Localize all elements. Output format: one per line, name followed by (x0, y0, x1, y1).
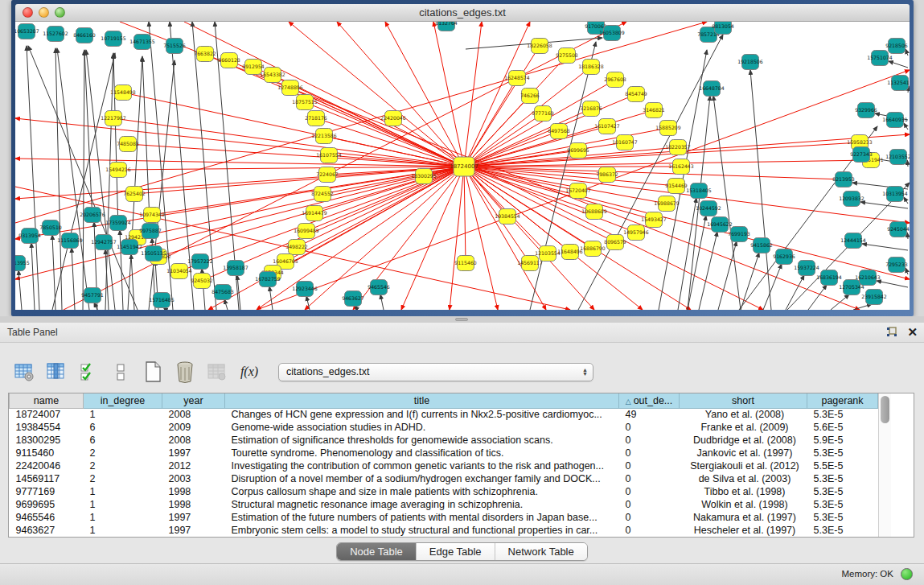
graph-node[interactable]: 12444154 (840, 233, 866, 249)
tab-network-table[interactable]: Network Table (495, 543, 587, 560)
table-row[interactable]: 1938455462009Genome-wide association stu… (10, 421, 878, 434)
graph-node[interactable]: 8096579 (604, 235, 626, 250)
graph-node[interactable]: 9465546 (368, 280, 390, 295)
table-row[interactable]: 1830029562008Estimation of significance … (10, 434, 878, 447)
function-builder-button[interactable]: f(x) (236, 358, 262, 385)
graph-node[interactable]: 16945622 (707, 217, 733, 233)
zoom-window-icon[interactable] (55, 7, 65, 18)
column-header-title[interactable]: title (225, 393, 619, 408)
tab-edge-table[interactable]: Edge Table (417, 543, 495, 560)
graph-node[interactable]: 12093832 (839, 192, 864, 207)
graph-node[interactable]: 9457791 (81, 288, 104, 303)
import-table-button[interactable] (204, 358, 230, 385)
graph-node[interactable]: 23915842 (861, 290, 887, 305)
deselect-all-rows-button[interactable] (108, 358, 133, 385)
graph-node[interactable]: 9777169 (532, 106, 554, 122)
graph-node[interactable]: 9245032 (191, 274, 213, 289)
table-row[interactable]: 2242004622012Investigating the contribut… (10, 459, 878, 472)
graph-node[interactable]: 17359924 (105, 216, 131, 231)
close-panel-icon[interactable]: ✕ (907, 325, 918, 340)
column-header-year[interactable]: year (162, 393, 225, 408)
close-window-icon[interactable] (23, 7, 33, 18)
graph-node[interactable]: 16640931 (882, 113, 908, 128)
graph-node[interactable]: 11156869 (57, 233, 83, 249)
graph-node[interactable]: 3498222 (285, 240, 308, 255)
table-row[interactable]: 911546021997Tourette syndrome. Phenomeno… (10, 447, 878, 459)
graph-node[interactable]: 7699193 (728, 227, 750, 242)
graph-node[interactable]: 11527602 (43, 27, 68, 42)
graph-node[interactable]: 8660128 (218, 53, 240, 68)
graph-node[interactable]: 746266 (520, 89, 540, 104)
graph-node[interactable]: 8454749 (625, 87, 647, 102)
graph-node[interactable]: 11325419 (887, 76, 910, 91)
table-row[interactable]: 946362711997Embryonic stem cells: a mode… (10, 524, 878, 537)
graph-node[interactable]: 10688609 (581, 204, 607, 220)
graph-node[interactable]: 9227343 (850, 147, 873, 163)
graph-node[interactable]: 11648496 (557, 245, 583, 260)
graph-node[interactable]: 9275508 (556, 48, 578, 64)
graph-node[interactable]: 9975887 (139, 224, 162, 239)
graph-node[interactable]: 7224067 (316, 167, 339, 183)
graph-node[interactable]: 16107554 (316, 148, 342, 163)
float-window-icon[interactable] (886, 327, 897, 338)
select-all-rows-button[interactable] (76, 358, 101, 385)
graph-node[interactable]: 8813054 (712, 22, 734, 35)
new-table-button[interactable] (140, 358, 166, 385)
graph-node[interactable]: 12103554 (535, 246, 561, 262)
graph-node[interactable]: 16648784 (699, 81, 725, 97)
graph-node[interactable]: 2967608 (604, 72, 626, 88)
table-row[interactable]: 1872400712008Changes of HCN gene express… (10, 408, 878, 421)
graph-node[interactable]: 2718176 (305, 111, 327, 126)
select-columns-button[interactable] (43, 358, 69, 385)
graph-node[interactable]: 8132764 (435, 22, 458, 31)
graph-node[interactable]: 16836194 (816, 270, 842, 286)
graph-node[interactable]: 18226058 (527, 39, 552, 54)
graph-node[interactable]: 9162936 (773, 249, 795, 265)
graph-node[interactable]: 10244592 (696, 201, 721, 216)
graph-node[interactable]: 7485083 (117, 137, 139, 152)
graph-node[interactable]: 19218506 (737, 55, 763, 70)
graph-node[interactable]: 9218506 (885, 39, 908, 54)
graph-node[interactable]: 7986372 (596, 167, 618, 183)
divider-handle-icon[interactable] (455, 318, 468, 321)
graph-node[interactable]: 3146821 (643, 103, 665, 118)
graph-node[interactable]: 10160747 (612, 135, 638, 150)
graph-node[interactable]: 7850510 (39, 220, 62, 236)
graph-node[interactable]: 22420046 (380, 111, 406, 126)
scrollbar-thumb[interactable] (881, 396, 889, 423)
delete-table-button[interactable] (172, 358, 198, 385)
graph-node[interactable]: 9463627 (342, 291, 364, 307)
graph-node[interactable]: 8475683 (211, 285, 234, 300)
graph-node[interactable]: 8466160 (73, 28, 96, 43)
graph-node[interactable]: 8213953 (832, 172, 855, 187)
memory-status-icon[interactable] (901, 568, 913, 580)
graph-node[interactable]: 14957946 (623, 225, 649, 241)
graph-node[interactable]: 9154469 (665, 179, 688, 194)
table-selector-dropdown[interactable]: citations_edges.txt ▲▼ (278, 363, 593, 381)
graph-node[interactable]: 12217987 (101, 111, 126, 126)
graph-node[interactable]: 9699695 (567, 143, 589, 159)
graph-node[interactable]: 10653287 (15, 24, 39, 39)
graph-node[interactable]: 8724552 (311, 187, 334, 202)
column-header-indegree[interactable]: in_degree (84, 393, 162, 408)
minimize-window-icon[interactable] (39, 7, 49, 18)
window-titlebar[interactable]: citations_edges.txt (15, 4, 910, 22)
graph-node[interactable]: 16988679 (654, 196, 680, 212)
network-canvas[interactable]: 1065328711527602846616010719155146713557… (15, 22, 910, 310)
vertical-scrollbar[interactable] (878, 393, 891, 537)
table-settings-button[interactable] (11, 358, 37, 385)
graph-node[interactable]: 15493427 (641, 212, 667, 228)
column-header-outde[interactable]: △out_de... (619, 393, 680, 408)
graph-node[interactable]: 15937224 (794, 261, 819, 276)
graph-node[interactable]: 15885209 (655, 121, 681, 136)
graph-node[interactable]: 15751074 (867, 51, 893, 66)
graph-node[interactable]: 12103552 (885, 150, 910, 165)
graph-node[interactable]: 15716485 (149, 293, 175, 308)
graph-node[interactable]: 18186328 (578, 60, 604, 75)
graph-node[interactable]: 7625402 (123, 187, 146, 202)
graph-node[interactable]: 7663822 (194, 47, 216, 62)
graph-node[interactable]: 9313954 (18, 229, 41, 244)
graph-node[interactable]: 9329966 (855, 103, 877, 118)
panel-split-divider[interactable] (0, 316, 924, 323)
table-row[interactable]: 1456911722003Disruption of a novel membe… (10, 472, 878, 485)
